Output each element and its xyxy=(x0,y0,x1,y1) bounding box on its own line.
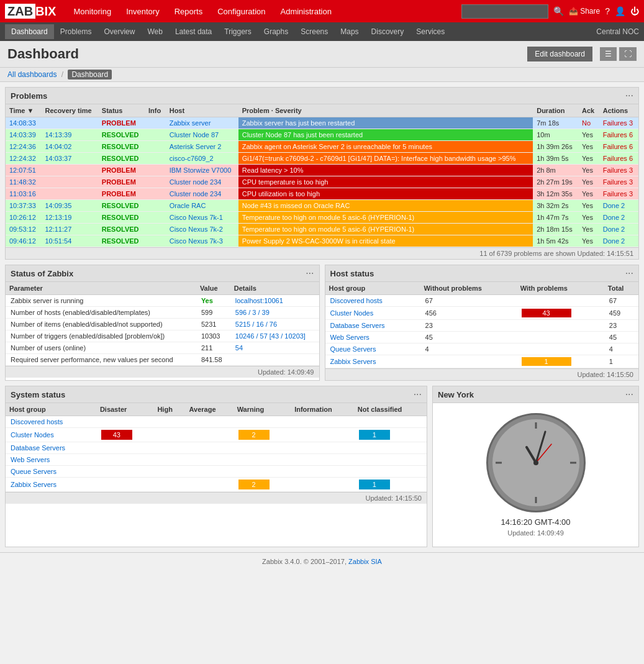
cell-problem[interactable]: Zabbix agent on Asterisk Server 2 is unr… xyxy=(238,141,533,153)
list-view-icon[interactable]: ☰ xyxy=(600,47,617,61)
subnav-overview[interactable]: Overview xyxy=(98,24,141,39)
hs-with xyxy=(517,320,604,332)
hs-group[interactable]: Zabbix Servers xyxy=(325,355,420,368)
cell-problem[interactable]: Power Supply 2 WS-CAC-3000W is in critic… xyxy=(238,235,533,247)
breadcrumb-all-dashboards[interactable]: All dashboards xyxy=(7,70,57,79)
cell-problem[interactable]: CPU utilization is too high xyxy=(238,188,533,200)
cell-host[interactable]: Cluster node 234 xyxy=(166,176,238,188)
col-time[interactable]: Time ▼ xyxy=(6,104,41,117)
edit-dashboard-button[interactable]: Edit dashboard xyxy=(527,47,592,61)
cell-host[interactable]: Cluster node 234 xyxy=(166,188,238,200)
cell-problem[interactable]: Temperature too high on module 5 asic-6 … xyxy=(238,212,533,224)
nav-configuration[interactable]: Configuration xyxy=(210,3,273,20)
cell-host[interactable]: cisco-c7609_2 xyxy=(166,153,238,165)
share-button[interactable]: 📤 Share xyxy=(569,7,600,16)
hs-group[interactable]: Database Servers xyxy=(325,320,420,332)
hs-group[interactable]: Queue Servers xyxy=(325,343,420,355)
cell-problem[interactable]: Cluster Node 87 has just been restarted xyxy=(238,129,533,141)
hs-group[interactable]: Web Servers xyxy=(325,332,420,343)
subnav-web[interactable]: Web xyxy=(141,24,168,39)
cell-host[interactable]: Cisco Nexus 7k-3 xyxy=(166,235,238,247)
search-icon[interactable]: 🔍 xyxy=(553,6,564,16)
ss-high xyxy=(153,442,185,454)
nav-reports[interactable]: Reports xyxy=(167,3,211,20)
nav-monitoring[interactable]: Monitoring xyxy=(66,3,119,20)
cell-ack: No xyxy=(578,117,599,129)
new-york-menu[interactable]: ··· xyxy=(625,389,633,400)
power-icon[interactable]: ⏻ xyxy=(630,6,639,16)
cell-status: RESOLVED xyxy=(98,224,145,235)
breadcrumb: All dashboards / Dashboard xyxy=(0,68,644,82)
cell-ack: Yes xyxy=(578,235,599,247)
table-row: 12:24:36 14:04:02 RESOLVED Asterisk Serv… xyxy=(6,141,638,153)
cell-problem[interactable]: Temperature too high on module 5 asic-6 … xyxy=(238,224,533,235)
subnav-graphs[interactable]: Graphs xyxy=(258,24,294,39)
host-status-table: Host group Without problems With problem… xyxy=(325,282,639,368)
table-row: Web Servers 45 45 xyxy=(325,332,639,343)
cell-actions[interactable]: Failures 6 xyxy=(599,141,638,153)
cell-actions[interactable]: Failures 3 xyxy=(599,188,638,200)
cell-actions[interactable]: Failures 3 xyxy=(599,176,638,188)
ss-group[interactable]: Zabbix Servers xyxy=(6,478,96,492)
subnav-triggers[interactable]: Triggers xyxy=(218,24,258,39)
cell-ack: Yes xyxy=(578,141,599,153)
cell-actions[interactable]: Done 2 xyxy=(599,224,638,235)
user-icon[interactable]: 👤 xyxy=(615,6,625,16)
col-problem: Problem · Severity xyxy=(238,104,533,117)
subnav-discovery[interactable]: Discovery xyxy=(365,24,410,39)
ss-group[interactable]: Database Servers xyxy=(6,442,96,454)
cell-ack: Yes xyxy=(578,200,599,212)
cell-host[interactable]: Cisco Nexus 7k-1 xyxy=(166,212,238,224)
ss-group[interactable]: Cluster Nodes xyxy=(6,428,96,442)
status-zabbix-menu[interactable]: ··· xyxy=(306,268,314,279)
system-status-menu[interactable]: ··· xyxy=(414,389,422,400)
cell-host[interactable]: Asterisk Server 2 xyxy=(166,141,238,153)
cell-actions[interactable]: Done 2 xyxy=(599,212,638,224)
cell-problem[interactable]: Node #43 is missed on Oracle RAC xyxy=(238,200,533,212)
cell-host[interactable]: Cluster Node 87 xyxy=(166,129,238,141)
table-row: Required server performance, new values … xyxy=(6,354,319,366)
cell-status: PROBLEM xyxy=(98,188,145,200)
ss-group[interactable]: Discovered hosts xyxy=(6,416,96,428)
help-icon[interactable]: ? xyxy=(605,6,610,16)
ss-group[interactable]: Web Servers xyxy=(6,454,96,466)
cell-actions[interactable]: Failures 6 xyxy=(599,153,638,165)
subnav-services[interactable]: Services xyxy=(410,24,451,39)
cell-actions[interactable]: Failures 3 xyxy=(599,165,638,176)
cell-actions[interactable]: Failures 6 xyxy=(599,129,638,141)
nav-administration[interactable]: Administration xyxy=(273,3,339,20)
cell-actions[interactable]: Done 2 xyxy=(599,200,638,212)
subnav-dashboard[interactable]: Dashboard xyxy=(5,24,54,39)
nav-inventory[interactable]: Inventory xyxy=(119,3,166,20)
table-row: Number of triggers (enabled/disabled [pr… xyxy=(6,330,319,342)
subnav-latest-data[interactable]: Latest data xyxy=(169,24,218,39)
ss-info xyxy=(291,428,354,442)
cell-problem[interactable]: Zabbix server has just been restarted xyxy=(238,117,533,129)
cell-problem[interactable]: CPU temperature is too high xyxy=(238,176,533,188)
cell-host[interactable]: Oracle RAC xyxy=(166,200,238,212)
ss-warning xyxy=(234,442,291,454)
search-input[interactable] xyxy=(461,4,548,19)
footer-link[interactable]: Zabbix SIA xyxy=(348,558,382,565)
cell-recovery xyxy=(41,188,98,200)
subnav-problems[interactable]: Problems xyxy=(54,24,98,39)
subnav-maps[interactable]: Maps xyxy=(334,24,365,39)
cell-host[interactable]: IBM Storwize V7000 xyxy=(166,165,238,176)
ss-col-average: Average xyxy=(186,403,234,416)
ss-group[interactable]: Queue Servers xyxy=(6,466,96,478)
logo[interactable]: ZABBIX xyxy=(5,4,56,19)
hs-group[interactable]: Cluster Nodes xyxy=(325,307,420,320)
hs-group[interactable]: Discovered hosts xyxy=(325,295,420,307)
cell-host[interactable]: Zabbix server xyxy=(166,117,238,129)
subnav-screens[interactable]: Screens xyxy=(294,24,334,39)
cell-actions[interactable]: Done 2 xyxy=(599,235,638,247)
cell-problem[interactable]: Gi1/47(=trunk c7609d-2 - c7609d1 [Gi1/47… xyxy=(238,153,533,165)
cell-actions[interactable]: Failures 3 xyxy=(599,117,638,129)
cell-problem[interactable]: Read latency > 10% xyxy=(238,165,533,176)
cell-recovery: 10:51:54 xyxy=(41,235,98,247)
hs-total: 459 xyxy=(604,307,638,320)
host-status-menu[interactable]: ··· xyxy=(625,268,633,279)
fullscreen-icon[interactable]: ⛶ xyxy=(619,47,637,61)
problems-menu-icon[interactable]: ··· xyxy=(625,90,633,101)
cell-host[interactable]: Cisco Nexus 7k-2 xyxy=(166,224,238,235)
